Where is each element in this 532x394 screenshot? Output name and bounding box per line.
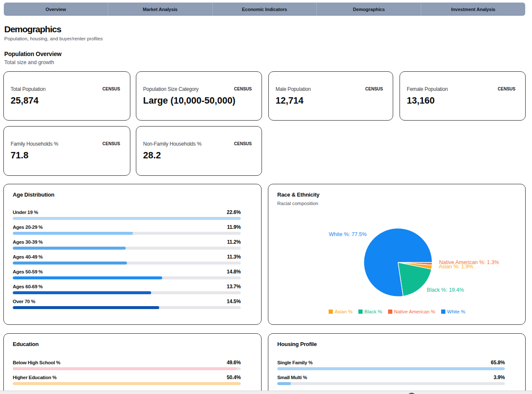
svg-text:Black %: 19.4%: Black %: 19.4% <box>427 287 464 293</box>
svg-text:Asian %: 1.9%: Asian %: 1.9% <box>439 264 473 270</box>
svg-text:White %: 77.5%: White %: 77.5% <box>329 231 367 237</box>
